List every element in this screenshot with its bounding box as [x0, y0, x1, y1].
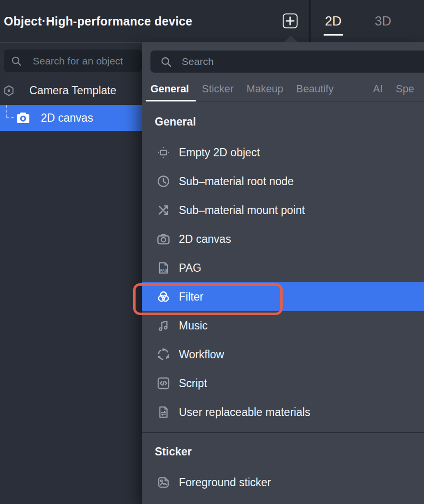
- workflow-icon: [156, 347, 171, 362]
- tab-3d[interactable]: 3D: [375, 0, 392, 42]
- menu-item-workflow[interactable]: Workflow: [142, 340, 424, 369]
- menu-item-script[interactable]: Script: [142, 369, 424, 398]
- hexagon-node-icon: [3, 85, 15, 97]
- camera-filled-icon: [15, 110, 31, 126]
- app-window: Object·High-performance device 2D3D Came…: [0, 0, 424, 504]
- popup-search[interactable]: [150, 50, 424, 73]
- object-sidebar: Camera Template2D canvas: [0, 42, 142, 504]
- plus-icon: [284, 14, 297, 27]
- menu-item-2d-canvas[interactable]: 2D canvas: [142, 225, 424, 253]
- menu-item-label: Script: [179, 377, 207, 390]
- add-object-popup: GeneralStickerMakeupBeautifyAISpe Genera…: [142, 42, 424, 504]
- section-title-sticker: Sticker: [142, 445, 424, 458]
- menu-item-label: Sub–material mount point: [179, 204, 305, 217]
- search-icon: [11, 55, 22, 67]
- category-tab-spe[interactable]: Spe: [396, 76, 414, 101]
- menu-item-sub-material-root-node[interactable]: Sub–material root node: [142, 167, 424, 196]
- script-code-icon: [156, 376, 171, 391]
- tree-item-camera-template[interactable]: Camera Template: [0, 78, 142, 102]
- category-tab-general[interactable]: General: [150, 76, 189, 101]
- music-note-icon: [156, 318, 171, 333]
- menu-item-label: Sub–material root node: [179, 175, 294, 188]
- category-tab-beautify[interactable]: Beautify: [296, 76, 334, 101]
- foreground-sticker-icon: [156, 475, 171, 490]
- dimension-tabs: 2D3D: [325, 0, 391, 42]
- crossed-arrows-icon: [156, 203, 171, 217]
- add-object-button[interactable]: [283, 13, 298, 28]
- popup-body: GeneralEmpty 2D objectSub–material root …: [142, 103, 424, 504]
- panel-title: Object·High-performance device: [4, 0, 192, 42]
- topbar-divider: [309, 0, 311, 42]
- tree-item-label: Camera Template: [29, 84, 116, 97]
- empty-2d-object-icon: [156, 145, 171, 160]
- pag-file-icon: PAG: [156, 261, 171, 275]
- section-divider: [142, 432, 424, 433]
- tree-item-2d-canvas[interactable]: 2D canvas: [0, 105, 142, 131]
- menu-item-label: Filter: [179, 290, 203, 303]
- popup-search-input[interactable]: [181, 55, 412, 68]
- category-tab-makeup[interactable]: Makeup: [247, 76, 284, 101]
- sidebar-search[interactable]: [4, 50, 142, 72]
- category-tab-ai[interactable]: AI: [373, 76, 383, 101]
- sidebar-search-input[interactable]: [32, 55, 142, 67]
- menu-item-music[interactable]: Music: [142, 311, 424, 340]
- menu-item-pag[interactable]: PAGPAG: [142, 253, 424, 282]
- svg-text:PAG: PAG: [160, 268, 168, 273]
- category-tab-sticker[interactable]: Sticker: [202, 76, 234, 101]
- menu-item-label: 2D canvas: [179, 233, 231, 246]
- filter-circles-icon: [156, 290, 171, 304]
- camera-outline-icon: [156, 232, 171, 246]
- menu-item-foreground-sticker[interactable]: Foreground sticker: [142, 468, 424, 497]
- tab-2d[interactable]: 2D: [325, 0, 342, 42]
- menu-item-label: PAG: [179, 262, 201, 275]
- replaceable-doc-icon: [156, 405, 171, 419]
- menu-item-empty-2d-object[interactable]: Empty 2D object: [142, 138, 424, 167]
- menu-item-label: User replaceable materials: [179, 406, 311, 419]
- menu-item-label: Foreground sticker: [179, 476, 271, 489]
- menu-item-label: Music: [179, 319, 208, 332]
- menu-item-label: Workflow: [179, 348, 224, 361]
- topbar: Object·High-performance device 2D3D: [0, 0, 424, 42]
- section-title-general: General: [142, 115, 424, 128]
- search-icon: [160, 56, 172, 68]
- menu-item-filter[interactable]: Filter: [142, 282, 424, 311]
- menu-item-user-replaceable-materials[interactable]: User replaceable materials: [142, 398, 424, 427]
- object-tree: Camera Template2D canvas: [0, 78, 142, 131]
- clock-icon: [156, 174, 171, 189]
- popup-caret: [284, 36, 298, 42]
- menu-item-sub-material-mount-point[interactable]: Sub–material mount point: [142, 196, 424, 225]
- tree-item-label: 2D canvas: [41, 112, 93, 125]
- menu-item-label: Empty 2D object: [179, 146, 260, 159]
- category-tabs: GeneralStickerMakeupBeautifyAISpe: [142, 77, 424, 102]
